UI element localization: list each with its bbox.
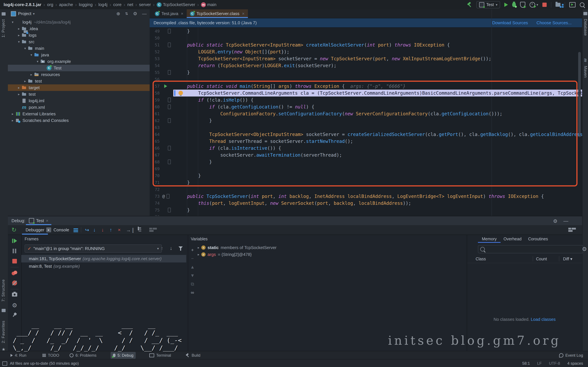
download-sources-link[interactable]: Download Sources bbox=[492, 20, 528, 25]
code-text[interactable]: } bbox=[173, 208, 582, 213]
tree-item-pom-xml[interactable]: mpom.xml bbox=[8, 104, 150, 111]
tree-item-org-example[interactable]: ▾org.example bbox=[8, 58, 150, 65]
tree-collapse-icon[interactable]: ▾ bbox=[35, 59, 40, 63]
gutter[interactable] bbox=[162, 97, 173, 103]
code-line-75[interactable]: 75 } bbox=[150, 207, 582, 214]
toolwindow-button-5-debug[interactable]: 5: Debug bbox=[111, 352, 136, 359]
gutter[interactable] bbox=[162, 172, 173, 179]
settings-icon[interactable]: ⚙ bbox=[8, 302, 21, 308]
toolwindow-button-project[interactable]: 1: Project bbox=[1, 19, 6, 37]
tree-item--idea[interactable]: ▸.idea bbox=[8, 25, 150, 32]
tree-item-test[interactable]: CTest bbox=[8, 65, 150, 71]
expand-icon[interactable]: ▸ bbox=[198, 252, 199, 256]
code-line-51[interactable]: 51 public static TcpSocketServer<InputSt… bbox=[150, 42, 582, 48]
code-text[interactable]: LOGGER.entry(new Object[]{port}); bbox=[173, 49, 582, 55]
tree-item-scratches-and-consoles[interactable]: ▸Scratches and Consoles bbox=[8, 117, 150, 124]
tree-expand-icon[interactable]: ▸ bbox=[10, 118, 15, 122]
code-text[interactable]: public TcpSocketServer(int port, int bac… bbox=[173, 194, 582, 199]
tab-test-java[interactable]: C Test.java × bbox=[152, 9, 187, 18]
close-icon[interactable]: × bbox=[181, 11, 183, 16]
add-watch-icon[interactable]: + bbox=[188, 247, 197, 253]
code-text[interactable]: TcpSocketServer<ObjectInputStream> socke… bbox=[173, 132, 582, 137]
gutter[interactable] bbox=[162, 28, 173, 34]
toolwindow-button-structure[interactable]: 7: Structure bbox=[1, 279, 6, 302]
tree-item-log4j[interactable]: ▾log4j~/d4m1ts/java/log4j bbox=[8, 19, 150, 25]
line-number[interactable]: 70 bbox=[150, 173, 162, 178]
line-number[interactable]: 54 bbox=[150, 63, 162, 68]
code-line-63[interactable]: 63 bbox=[150, 124, 582, 131]
code-text[interactable]: public static TcpSocketServer<InputStrea… bbox=[173, 42, 582, 48]
move-up-watch-icon[interactable]: ▲ bbox=[188, 264, 197, 270]
tree-item-main[interactable]: ▾main bbox=[8, 45, 150, 52]
project-toolwindow-icon[interactable] bbox=[2, 12, 6, 16]
line-number[interactable]: 71 bbox=[150, 180, 162, 185]
fold-marker-icon[interactable] bbox=[168, 98, 171, 102]
tree-expand-icon[interactable]: ▸ bbox=[16, 86, 22, 90]
memory-tab-overhead[interactable]: Overhead bbox=[500, 235, 526, 243]
code-text[interactable]: public static void main(String[] args) t… bbox=[173, 83, 582, 89]
code-text[interactable]: } bbox=[173, 180, 582, 185]
step-over-icon[interactable]: ↪ bbox=[85, 225, 89, 235]
stop-button[interactable] bbox=[542, 3, 547, 7]
tree-collapse-icon[interactable]: ▾ bbox=[22, 46, 28, 50]
breadcrumb-item[interactable]: apache bbox=[59, 2, 73, 7]
indent-setting[interactable]: 4 spaces bbox=[567, 361, 583, 366]
toolwindow-button-maven[interactable]: Maven bbox=[583, 66, 588, 78]
code-line-59[interactable]: 59 if (!cla.isHelp()) { bbox=[150, 97, 582, 103]
toolwindow-button-terminal[interactable]: Terminal bbox=[147, 352, 173, 359]
breadcrumb-item[interactable]: CTcpSocketServer bbox=[157, 2, 195, 7]
frame-up-icon[interactable]: ↑ bbox=[161, 245, 163, 251]
code-line-56[interactable]: 56 bbox=[150, 76, 582, 83]
fold-marker-icon[interactable] bbox=[168, 159, 171, 164]
line-number[interactable]: 59 bbox=[150, 98, 162, 102]
gutter[interactable] bbox=[162, 151, 173, 158]
resume-icon[interactable] bbox=[8, 239, 21, 243]
line-number[interactable]: 63 bbox=[150, 125, 162, 130]
frame-row[interactable]: main:181, TcpSocketServer(org.apache.log… bbox=[21, 255, 186, 262]
debug-session-tab[interactable]: Test × bbox=[26, 216, 51, 225]
code-line-62[interactable]: 62 } bbox=[150, 117, 582, 124]
gutter[interactable] bbox=[162, 62, 173, 69]
code-text[interactable]: } bbox=[173, 28, 582, 34]
gutter[interactable] bbox=[162, 76, 173, 83]
code-text[interactable]: return (TcpSocketServer)LOGGER.exit(sock… bbox=[173, 63, 582, 68]
code-text[interactable]: socketServer.awaitTermination(serverThre… bbox=[173, 152, 582, 158]
breadcrumb-item[interactable]: core bbox=[113, 2, 121, 7]
line-number[interactable]: 52 bbox=[150, 50, 162, 54]
code-text[interactable]: TcpSocketServer.CommandLineArguments cla… bbox=[173, 91, 582, 96]
gutter[interactable] bbox=[162, 145, 173, 151]
run-anything-icon[interactable] bbox=[569, 2, 576, 7]
structure-icon[interactable] bbox=[2, 309, 6, 312]
gutter[interactable] bbox=[162, 83, 173, 90]
mute-breakpoints-icon[interactable] bbox=[8, 281, 21, 285]
line-number[interactable]: 73 bbox=[150, 194, 162, 199]
code-text[interactable]: } bbox=[173, 173, 582, 178]
code-line-58[interactable]: 58 TcpSocketServer.CommandLineArguments … bbox=[150, 90, 582, 97]
code-line-71[interactable]: 71 } bbox=[150, 179, 582, 186]
intention-bulb-icon[interactable] bbox=[179, 91, 183, 95]
tree-expand-icon[interactable]: ▸ bbox=[28, 73, 34, 76]
code-line-73[interactable]: 73@ public TcpSocketServer(int port, int… bbox=[150, 193, 582, 200]
fold-marker-icon[interactable] bbox=[168, 105, 171, 109]
tree-expand-icon[interactable]: ▸ bbox=[22, 79, 28, 83]
tree-expand-icon[interactable]: ▸ bbox=[10, 112, 15, 116]
code-text[interactable]: } bbox=[173, 159, 582, 165]
run-button[interactable] bbox=[504, 3, 508, 7]
memory-search[interactable] bbox=[478, 245, 583, 253]
line-number[interactable]: 68 bbox=[150, 159, 162, 164]
fold-marker-icon[interactable] bbox=[168, 70, 171, 75]
file-encoding[interactable]: UTF-8 bbox=[549, 361, 560, 366]
fold-marker-icon[interactable] bbox=[168, 208, 171, 212]
pause-icon[interactable] bbox=[8, 249, 21, 253]
code-text[interactable]: ConfigurationFactory.setConfigurationFac… bbox=[173, 111, 582, 117]
gutter[interactable] bbox=[162, 69, 173, 76]
column-header-class[interactable]: Class bbox=[476, 257, 486, 261]
search-everywhere-icon[interactable] bbox=[580, 2, 584, 7]
code-text[interactable]: } bbox=[173, 70, 582, 75]
toolwindow-button-todo[interactable]: TODO bbox=[40, 352, 61, 359]
expand-icon[interactable]: ▸ bbox=[198, 246, 199, 250]
gutter[interactable] bbox=[162, 117, 173, 124]
breadcrumb-item[interactable]: org bbox=[47, 2, 53, 7]
tree-expand-icon[interactable]: ▸ bbox=[16, 33, 22, 37]
gutter[interactable] bbox=[162, 124, 173, 131]
